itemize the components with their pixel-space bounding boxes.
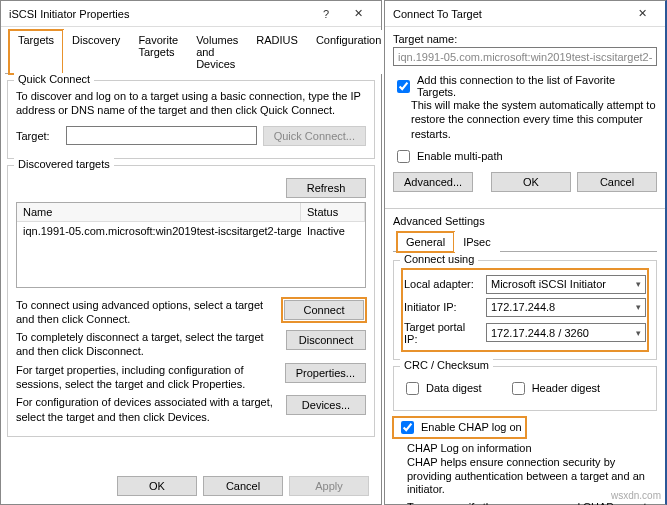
target-name-input[interactable] [393, 47, 657, 66]
target-portal-label: Target portal IP: [404, 321, 480, 345]
group-crc: CRC / Checksum [400, 359, 493, 371]
target-label: Target: [16, 130, 60, 142]
target-portal-select[interactable]: 172.17.244.8 / 3260 ▾ [486, 323, 646, 342]
multipath-label: Enable multi-path [417, 150, 503, 162]
col-name[interactable]: Name [17, 203, 301, 221]
target-portal-value: 172.17.244.8 / 3260 [491, 327, 589, 339]
group-discovered-targets: Discovered targets [14, 158, 114, 170]
tab-radius[interactable]: RADIUS [247, 30, 307, 74]
group-connect-using: Connect using [400, 253, 478, 265]
tab-ipsec[interactable]: IPsec [454, 232, 500, 252]
tab-configuration[interactable]: Configuration [307, 30, 390, 74]
target-name-label: Target name: [393, 33, 657, 45]
properties-button[interactable]: Properties... [285, 363, 366, 383]
close-icon[interactable]: ✕ [627, 4, 657, 24]
window-title: Connect To Target [393, 8, 482, 20]
tab-volumes-devices[interactable]: Volumes and Devices [187, 30, 247, 74]
initiator-ip-label: Initiator IP: [404, 301, 480, 313]
advanced-settings-title: Advanced Settings [393, 215, 657, 227]
row-status: Inactive [301, 222, 365, 240]
local-adapter-select[interactable]: Microsoft iSCSI Initiator ▾ [486, 275, 646, 294]
desc-connect: To connect using advanced options, selec… [16, 298, 276, 327]
disconnect-button[interactable]: Disconnect [286, 330, 366, 350]
header-digest-label: Header digest [532, 382, 601, 394]
advanced-button[interactable]: Advanced... [393, 172, 473, 192]
cancel-button[interactable]: Cancel [577, 172, 657, 192]
row-name: iqn.1991-05.com.microsoft:win2019test-is… [17, 222, 301, 240]
desc-devices: For configuration of devices associated … [16, 395, 280, 424]
tab-discovery[interactable]: Discovery [63, 30, 129, 74]
header-digest-checkbox[interactable] [512, 382, 525, 395]
local-adapter-value: Microsoft iSCSI Initiator [491, 278, 606, 290]
titlebar-left: iSCSI Initiator Properties ? ✕ [1, 1, 381, 27]
chevron-down-icon: ▾ [636, 279, 641, 289]
initiator-ip-select[interactable]: 172.17.244.8 ▾ [486, 298, 646, 317]
group-quick-connect: Quick Connect [14, 73, 94, 85]
chap-desc2: To use, specify the same name and CHAP s… [407, 501, 657, 505]
quick-connect-button[interactable]: Quick Connect... [263, 126, 366, 146]
desc-properties: For target properties, including configu… [16, 363, 279, 392]
chevron-down-icon: ▾ [636, 302, 641, 312]
watermark: wsxdn.com [611, 490, 661, 501]
devices-button[interactable]: Devices... [286, 395, 366, 415]
desc-disconnect: To completely disconnect a target, selec… [16, 330, 280, 359]
target-input[interactable] [66, 126, 257, 145]
data-digest-label: Data digest [426, 382, 482, 394]
tabstrip: Targets Discovery Favorite Targets Volum… [5, 29, 377, 74]
connect-button[interactable]: Connect [284, 300, 364, 320]
table-row[interactable]: iqn.1991-05.com.microsoft:win2019test-is… [17, 222, 365, 240]
favorite-checkbox[interactable] [397, 80, 410, 93]
window-title: iSCSI Initiator Properties [9, 8, 129, 20]
apply-button[interactable]: Apply [289, 476, 369, 496]
favorite-desc: This will make the system automatically … [411, 98, 657, 141]
close-icon[interactable]: ✕ [343, 4, 373, 24]
discovered-table: Name Status iqn.1991-05.com.microsoft:wi… [16, 202, 366, 288]
chap-label: Enable CHAP log on [421, 421, 522, 433]
initiator-ip-value: 172.17.244.8 [491, 301, 555, 313]
chap-info-title: CHAP Log on information [407, 442, 657, 454]
favorite-label: Add this connection to the list of Favor… [417, 74, 657, 98]
ok-button[interactable]: OK [491, 172, 571, 192]
cancel-button[interactable]: Cancel [203, 476, 283, 496]
chap-checkbox[interactable] [401, 421, 414, 434]
help-icon[interactable]: ? [311, 4, 341, 24]
col-status[interactable]: Status [301, 203, 365, 221]
quick-connect-desc: To discover and log on to a target using… [16, 89, 366, 118]
local-adapter-label: Local adapter: [404, 278, 480, 290]
titlebar-right: Connect To Target ✕ [385, 1, 665, 27]
multipath-checkbox[interactable] [397, 150, 410, 163]
refresh-button[interactable]: Refresh [286, 178, 366, 198]
data-digest-checkbox[interactable] [406, 382, 419, 395]
tab-favorite-targets[interactable]: Favorite Targets [129, 30, 187, 74]
tab-general[interactable]: General [397, 232, 454, 252]
ok-button[interactable]: OK [117, 476, 197, 496]
chevron-down-icon: ▾ [636, 328, 641, 338]
tab-targets[interactable]: Targets [9, 30, 63, 74]
